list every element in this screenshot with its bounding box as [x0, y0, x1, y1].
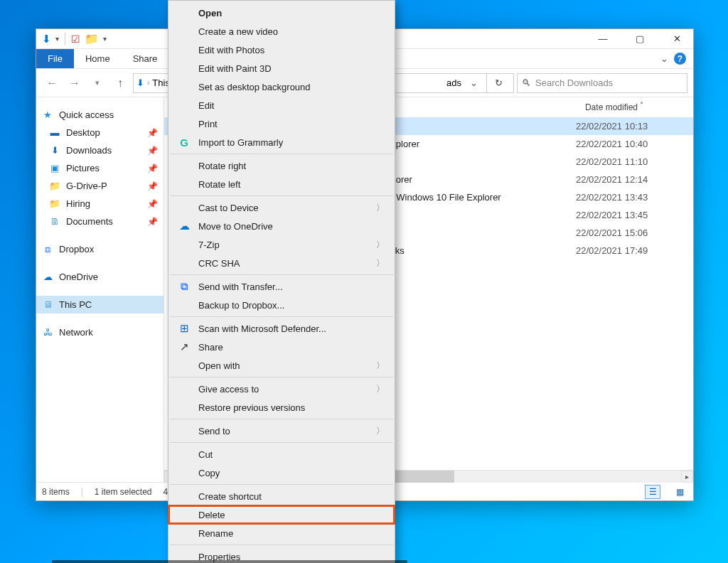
menu-label: Cast to Device: [198, 203, 259, 213]
status-item-count: 8 items: [42, 487, 70, 497]
refresh-button[interactable]: ↻: [486, 73, 510, 93]
sidebar-item-label: Hiring: [66, 198, 90, 209]
menu-label: Scan with Microsoft Defender...: [198, 323, 326, 334]
sidebar-onedrive[interactable]: ☁ OneDrive: [36, 268, 164, 286]
menu-rename[interactable]: Rename: [168, 524, 395, 542]
maximize-button[interactable]: ▢: [623, 29, 656, 49]
menu-set-wallpaper[interactable]: Set as desktop background: [168, 77, 395, 96]
sidebar-documents[interactable]: 🗎 Documents 📌: [36, 213, 164, 230]
forward-button[interactable]: →: [65, 73, 85, 93]
menu-label: CRC SHA: [198, 258, 240, 269]
menu-edit-paint3d[interactable]: Edit with Paint 3D: [168, 59, 395, 77]
menu-cut[interactable]: Cut: [168, 445, 395, 463]
qat-newfolder-icon[interactable]: 📁: [85, 32, 99, 45]
sidebar-item-label: Documents: [66, 216, 113, 227]
pin-icon: 📌: [147, 163, 158, 173]
sidebar-hiring[interactable]: 📁 Hiring 📌: [36, 195, 164, 213]
menu-print[interactable]: Print: [168, 114, 395, 133]
ribbon-collapse-icon[interactable]: ⌄: [660, 53, 668, 64]
grammarly-icon: G: [177, 136, 191, 149]
menu-edit[interactable]: Edit: [168, 96, 395, 114]
submenu-arrow-icon: 〉: [376, 383, 385, 395]
address-dropdown-icon[interactable]: ⌄: [464, 77, 483, 88]
menu-7zip[interactable]: 7-Zip 〉: [168, 235, 395, 254]
menu-move-onedrive[interactable]: ☁ Move to OneDrive: [168, 217, 395, 235]
qat-properties-icon[interactable]: ☑: [71, 33, 80, 45]
qat-dropdown-1[interactable]: ▾: [55, 35, 59, 43]
qat-download-icon[interactable]: ⬇: [42, 33, 51, 45]
menu-label: Send to: [198, 426, 230, 436]
submenu-arrow-icon: 〉: [376, 202, 385, 214]
menu-delete[interactable]: Delete: [168, 505, 395, 524]
file-date: 22/02/2021 13:45: [576, 210, 693, 220]
pin-icon: 📌: [147, 199, 158, 209]
pin-icon: 📌: [147, 181, 158, 191]
sidebar-item-label: OneDrive: [59, 272, 98, 282]
menu-label: Share: [198, 342, 223, 353]
menu-open-with[interactable]: Open with 〉: [168, 356, 395, 375]
tab-file[interactable]: File: [36, 49, 74, 68]
menu-create-shortcut[interactable]: Create shortcut: [168, 487, 395, 505]
search-input[interactable]: 🔍︎ Search Downloads: [517, 73, 687, 93]
column-label: Date modified: [585, 102, 638, 112]
menu-defender[interactable]: ⊞ Scan with Microsoft Defender...: [168, 319, 395, 338]
sidebar-item-label: Network: [59, 327, 93, 338]
onedrive-icon: ☁: [177, 220, 191, 232]
column-date-modified[interactable]: Date modified ˄: [585, 102, 643, 112]
thumbnails-view-button[interactable]: ▦: [672, 485, 687, 499]
menu-grammarly[interactable]: G Import to Grammarly: [168, 133, 395, 151]
pc-icon: 🖥: [42, 299, 53, 311]
file-date: 22/02/2021 10:40: [576, 139, 693, 149]
menu-send-to[interactable]: Send to 〉: [168, 422, 395, 440]
desktop-icon: ▬: [49, 127, 60, 139]
menu-send-transfer[interactable]: ⧉ Send with Transfer...: [168, 277, 395, 296]
menu-label: Import to Grammarly: [198, 137, 283, 148]
menu-edit-photos[interactable]: Edit with Photos: [168, 41, 395, 59]
crumb-current[interactable]: ads: [446, 77, 461, 88]
sidebar-downloads[interactable]: ⬇ Downloads 📌: [36, 141, 164, 159]
sidebar-pictures[interactable]: ▣ Pictures 📌: [36, 159, 164, 177]
menu-cast[interactable]: Cast to Device 〉: [168, 198, 395, 217]
menu-backup-dropbox[interactable]: Backup to Dropbox...: [168, 296, 395, 314]
menu-label: Give access to: [198, 384, 259, 395]
help-icon[interactable]: ?: [674, 53, 686, 65]
menu-separator: [170, 195, 393, 196]
transfer-icon: ⧉: [177, 280, 191, 293]
menu-copy[interactable]: Copy: [168, 463, 395, 482]
close-button[interactable]: ✕: [660, 29, 693, 49]
submenu-arrow-icon: 〉: [376, 360, 385, 372]
sidebar-dropbox[interactable]: ⧈ Dropbox: [36, 240, 164, 258]
minimize-button[interactable]: —: [587, 29, 619, 49]
network-icon: 🖧: [42, 327, 53, 338]
menu-rotate-right[interactable]: Rotate right: [168, 156, 395, 175]
sidebar-network[interactable]: 🖧 Network: [36, 323, 164, 341]
sidebar-this-pc[interactable]: 🖥 This PC: [36, 296, 164, 313]
menu-crc-sha[interactable]: CRC SHA 〉: [168, 254, 395, 272]
sidebar-desktop[interactable]: ▬ Desktop 📌: [36, 124, 164, 141]
sidebar-quick-access[interactable]: ★ Quick access: [36, 106, 164, 124]
tab-share[interactable]: Share: [122, 49, 169, 68]
pin-icon: 📌: [147, 128, 158, 138]
file-date: 22/02/2021 13:43: [576, 192, 693, 203]
menu-open[interactable]: Open: [168, 4, 395, 22]
chevron-right-icon: ›: [147, 79, 149, 87]
menu-new-video[interactable]: Create a new video: [168, 22, 395, 41]
menu-rotate-left[interactable]: Rotate left: [168, 175, 395, 193]
menu-separator: [170, 154, 393, 154]
sidebar-item-label: G-Drive-P: [66, 181, 107, 191]
menu-share[interactable]: ↗ Share: [168, 338, 395, 356]
file-date: 22/02/2021 10:13: [576, 121, 693, 132]
folder-icon: ⬇: [136, 77, 144, 88]
file-date: 22/02/2021 11:10: [576, 156, 693, 167]
up-button[interactable]: ↑: [110, 73, 130, 93]
scroll-right-button[interactable]: ▸: [681, 471, 693, 483]
menu-restore-versions[interactable]: Restore previous versions: [168, 398, 395, 417]
details-view-button[interactable]: ☰: [645, 485, 660, 499]
qat-dropdown-2[interactable]: ▾: [103, 35, 107, 43]
sidebar-gdrive[interactable]: 📁 G-Drive-P 📌: [36, 177, 164, 195]
tab-home[interactable]: Home: [74, 49, 122, 68]
history-dropdown[interactable]: ▾: [87, 73, 107, 93]
back-button[interactable]: ←: [42, 73, 62, 93]
menu-give-access[interactable]: Give access to 〉: [168, 380, 395, 398]
sidebar-item-label: Dropbox: [59, 244, 94, 254]
